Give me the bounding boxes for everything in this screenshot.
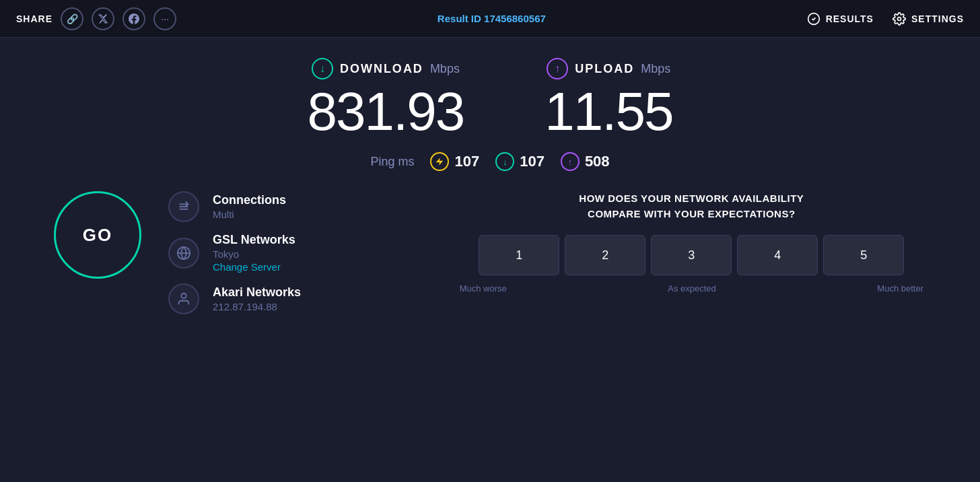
upload-block: ↑ UPLOAD Mbps 11.55 bbox=[545, 58, 672, 139]
svg-point-1 bbox=[897, 17, 901, 20]
main-content: ↓ DOWNLOAD Mbps 831.93 ↑ UPLOAD Mbps 11.… bbox=[0, 38, 980, 482]
ping-jitter: 107 bbox=[430, 152, 479, 171]
survey-buttons: 1 2 3 4 5 bbox=[457, 235, 926, 275]
download-value: 831.93 bbox=[308, 85, 464, 139]
info-panels: Connections Multi GSL Networks Tokyo Cha… bbox=[168, 191, 403, 314]
bottom-section: GO Connections Multi bbox=[0, 191, 980, 314]
download-icon: ↓ bbox=[312, 58, 333, 79]
settings-label: SETTINGS bbox=[911, 13, 964, 24]
ping-download: ↓ 107 bbox=[495, 152, 545, 171]
survey-option-2[interactable]: 2 bbox=[565, 235, 645, 275]
server-location: Tokyo bbox=[213, 248, 295, 260]
download-label: DOWNLOAD bbox=[340, 62, 423, 76]
ping-section: Ping ms 107 ↓ 107 ↑ 508 bbox=[370, 152, 609, 171]
facebook-icon[interactable] bbox=[123, 7, 145, 30]
survey-option-1[interactable]: 1 bbox=[479, 235, 559, 275]
upload-label: UPLOAD bbox=[575, 62, 634, 76]
download-block: ↓ DOWNLOAD Mbps 831.93 bbox=[308, 58, 464, 139]
settings-nav[interactable]: SETTINGS bbox=[893, 12, 964, 26]
ping-upload: ↑ 508 bbox=[561, 152, 610, 171]
jitter-icon bbox=[430, 152, 449, 171]
survey-question: HOW DOES YOUR NETWORK AVAILABILITY COMPA… bbox=[457, 191, 926, 221]
results-label: RESULTS bbox=[826, 13, 874, 24]
survey-section: HOW DOES YOUR NETWORK AVAILABILITY COMPA… bbox=[430, 191, 926, 294]
download-unit: Mbps bbox=[430, 62, 460, 76]
ping-upload-icon: ↑ bbox=[561, 152, 580, 171]
speed-section: ↓ DOWNLOAD Mbps 831.93 ↑ UPLOAD Mbps 11.… bbox=[308, 58, 673, 139]
isp-row: Akari Networks 212.87.194.88 bbox=[168, 283, 403, 314]
server-text: GSL Networks Tokyo Change Server bbox=[213, 233, 295, 273]
share-label: SHARE bbox=[16, 13, 53, 24]
server-icon bbox=[168, 238, 199, 269]
server-row: GSL Networks Tokyo Change Server bbox=[168, 233, 403, 273]
ping-label: Ping ms bbox=[370, 155, 414, 169]
ping-download-icon: ↓ bbox=[495, 152, 514, 171]
jitter-value: 107 bbox=[454, 153, 479, 170]
header-right: RESULTS SETTINGS bbox=[807, 12, 964, 26]
upload-header: ↑ UPLOAD Mbps bbox=[545, 58, 672, 79]
connections-value: Multi bbox=[213, 209, 286, 220]
isp-ip: 212.87.194.88 bbox=[213, 301, 301, 312]
survey-labels: Much worse As expected Much better bbox=[457, 283, 926, 294]
server-name: GSL Networks bbox=[213, 233, 295, 247]
svg-point-7 bbox=[181, 294, 186, 298]
results-nav[interactable]: RESULTS bbox=[807, 12, 874, 26]
ping-download-value: 107 bbox=[520, 153, 545, 170]
survey-option-3[interactable]: 3 bbox=[651, 235, 732, 275]
survey-option-5[interactable]: 5 bbox=[823, 235, 904, 275]
header-left: SHARE 🔗 ··· bbox=[16, 7, 176, 30]
link-icon[interactable]: 🔗 bbox=[61, 7, 83, 30]
change-server-link[interactable]: Change Server bbox=[213, 261, 295, 273]
connections-label: Connections bbox=[213, 193, 286, 207]
ping-upload-value: 508 bbox=[585, 153, 610, 170]
download-header: ↓ DOWNLOAD Mbps bbox=[308, 58, 464, 79]
isp-text: Akari Networks 212.87.194.88 bbox=[213, 285, 301, 312]
upload-unit: Mbps bbox=[641, 62, 670, 76]
twitter-icon[interactable] bbox=[92, 7, 114, 30]
connections-text: Connections Multi bbox=[213, 193, 286, 220]
result-id: 17456860567 bbox=[484, 13, 546, 24]
connections-icon bbox=[168, 191, 199, 222]
go-button-container: GO bbox=[54, 191, 141, 279]
upload-value: 11.55 bbox=[545, 85, 672, 139]
go-button[interactable]: GO bbox=[54, 191, 141, 279]
survey-label-left: Much worse bbox=[460, 283, 507, 294]
header: SHARE 🔗 ··· Result ID 17456860567 RESULT… bbox=[0, 0, 980, 38]
survey-label-right: Much better bbox=[877, 283, 923, 294]
result-prefix: Result ID bbox=[438, 13, 481, 24]
isp-icon bbox=[168, 283, 199, 314]
more-icon[interactable]: ··· bbox=[153, 7, 176, 30]
survey-option-4[interactable]: 4 bbox=[737, 235, 818, 275]
upload-icon: ↑ bbox=[547, 58, 568, 79]
isp-name: Akari Networks bbox=[213, 285, 301, 300]
survey-label-center: As expected bbox=[668, 283, 716, 294]
connections-row: Connections Multi bbox=[168, 191, 403, 222]
header-center: Result ID 17456860567 bbox=[438, 13, 546, 24]
